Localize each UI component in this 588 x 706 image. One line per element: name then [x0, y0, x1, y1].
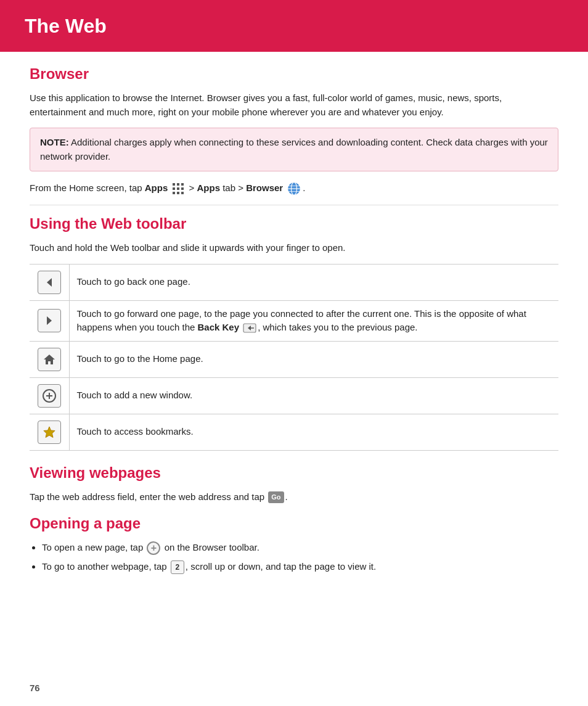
note-label: NOTE:: [40, 137, 69, 147]
table-row: Touch to go to the Home page.: [30, 341, 558, 377]
apps-grid-icon: [171, 182, 185, 195]
forward-icon-cell: [30, 300, 69, 341]
viewing-section: Viewing webpages Tap the web address fie…: [30, 462, 558, 504]
svg-rect-3: [173, 187, 175, 190]
table-row: Touch to go back one page.: [30, 264, 558, 300]
toolbar-table: Touch to go back one page. Touch to go f…: [30, 264, 558, 451]
bullet2-text2: , scroll up or down, and tap the page to…: [186, 561, 376, 572]
nav-text-3: tab >: [220, 183, 246, 193]
list-item: To go to another webpage, tap 2, scroll …: [42, 560, 558, 574]
table-row: Touch to add a new window.: [30, 377, 558, 414]
browser-section: Browser Use this application to browse t…: [30, 63, 558, 196]
page-title: The Web: [25, 15, 107, 37]
opening-section: Opening a page To open a new page, tap +…: [30, 512, 558, 574]
opening-heading: Opening a page: [30, 512, 558, 535]
svg-marker-16: [47, 316, 52, 325]
svg-rect-4: [177, 187, 179, 190]
page: The Web Browser Use this application to …: [0, 0, 588, 706]
browser-heading: Browser: [30, 63, 558, 85]
go-button-inline: Go: [268, 491, 284, 503]
bullet1-text1: To open a new page, tap: [42, 542, 145, 552]
home-icon: [43, 353, 56, 366]
bullet1-text2: on the Browser toolbar.: [161, 542, 259, 552]
plus-circle-icon: [42, 388, 57, 403]
forward-desc: Touch to go forward one page, to the pag…: [69, 300, 558, 341]
content: Browser Use this application to browse t…: [0, 63, 588, 574]
bookmark-star-icon: [42, 425, 57, 440]
page-header: The Web: [0, 0, 588, 52]
new-window-desc: Touch to add a new window.: [69, 377, 558, 414]
back-icon-cell: [30, 264, 69, 300]
page-number-badge-inline: 2: [171, 560, 184, 574]
bookmark-icon-cell: [30, 414, 69, 450]
forward-arrow-icon: [43, 314, 55, 327]
back-icon-box: [38, 271, 61, 294]
nav-apps-2: Apps: [197, 183, 221, 193]
toolbar-section: Using the Web toolbar Touch and hold the…: [30, 205, 558, 451]
nav-line: From the Home screen, tap Apps > Apps ta…: [30, 181, 558, 196]
plus-icon-cell: [30, 377, 69, 414]
back-key-label: Back Key: [197, 322, 239, 332]
svg-rect-2: [181, 183, 184, 186]
list-item: To open a new page, tap + on the Browser…: [42, 541, 558, 555]
note-box: NOTE: Additional charges apply when conn…: [30, 128, 558, 171]
page-number: 76: [30, 681, 40, 696]
viewing-heading: Viewing webpages: [30, 462, 558, 484]
home-icon-cell: [30, 341, 69, 377]
nav-text-1: From the Home screen, tap: [30, 183, 145, 193]
opening-bullet-list: To open a new page, tap + on the Browser…: [42, 541, 558, 574]
plus-icon-box: [38, 384, 61, 408]
viewing-para: Tap the web address field, enter the web…: [30, 490, 558, 504]
back-key-icon: [243, 323, 256, 333]
svg-marker-24: [44, 427, 55, 438]
back-arrow-icon: [43, 276, 55, 289]
svg-rect-0: [173, 183, 175, 186]
note-text: Additional charges apply when connecting…: [40, 137, 548, 162]
svg-marker-15: [47, 278, 52, 287]
nav-text-4: .: [303, 183, 305, 193]
svg-rect-8: [181, 192, 184, 194]
section-divider: [30, 205, 558, 205]
table-row: Touch to go forward one page, to the pag…: [30, 300, 558, 341]
svg-rect-7: [177, 192, 179, 194]
forward-icon-box: [38, 309, 61, 332]
viewing-text1: Tap the web address field, enter the web…: [30, 491, 267, 502]
toolbar-heading: Using the Web toolbar: [30, 213, 558, 235]
bookmark-icon-box: [38, 421, 61, 444]
svg-rect-6: [173, 192, 175, 194]
toolbar-intro: Touch and hold the Web toolbar and slide…: [30, 241, 558, 255]
svg-rect-1: [177, 183, 179, 186]
browser-app-icon: [287, 181, 301, 196]
home-icon-box: [38, 348, 61, 371]
bullet2-text1: To go to another webpage, tap: [42, 561, 169, 572]
nav-browser-label: Browser: [246, 183, 283, 193]
svg-marker-20: [44, 355, 55, 364]
back-desc: Touch to go back one page.: [69, 264, 558, 300]
bookmark-desc: Touch to access bookmarks.: [69, 414, 558, 450]
svg-rect-5: [181, 187, 184, 190]
home-desc: Touch to go to the Home page.: [69, 341, 558, 377]
plus-circle-inline-icon: +: [147, 541, 160, 555]
nav-text-2: >: [189, 183, 197, 193]
browser-intro: Use this application to browse the Inter…: [30, 91, 558, 119]
nav-apps-1: Apps: [145, 183, 168, 193]
viewing-text2: .: [285, 491, 288, 502]
table-row: Touch to access bookmarks.: [30, 414, 558, 450]
